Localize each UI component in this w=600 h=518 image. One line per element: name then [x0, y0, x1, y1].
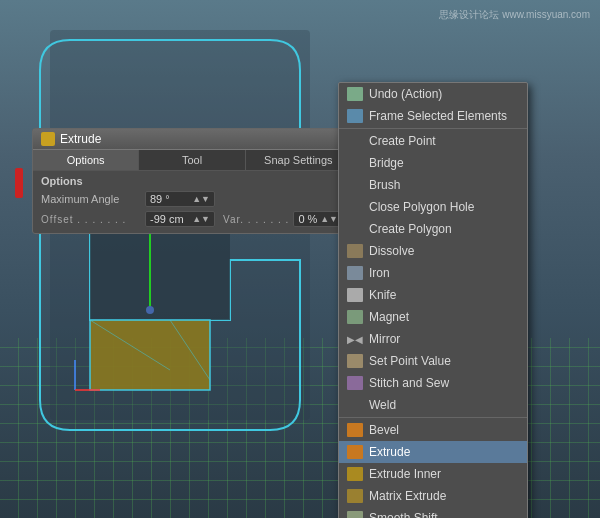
max-angle-spinner[interactable]: ▲▼	[192, 194, 210, 204]
knife-icon	[347, 287, 363, 303]
offset-input[interactable]: -99 cm ▲▼	[145, 211, 215, 227]
weld-icon	[347, 397, 363, 413]
panel-title: Extrude	[33, 129, 351, 150]
create-polygon-icon	[347, 221, 363, 237]
stitch-icon	[347, 375, 363, 391]
menu-item-stitch[interactable]: Stitch and Sew	[339, 372, 527, 394]
matrix-extrude-icon	[347, 488, 363, 504]
var-spinner[interactable]: ▲▼	[320, 214, 338, 224]
smooth-shift-icon	[347, 510, 363, 518]
menu-item-smooth-shift[interactable]: Smooth Shift	[339, 507, 527, 518]
menu-label-create-point: Create Point	[369, 134, 436, 148]
offset-value: -99 cm	[150, 213, 184, 225]
max-angle-input[interactable]: 89 ° ▲▼	[145, 191, 215, 207]
menu-label-create-polygon: Create Polygon	[369, 222, 452, 236]
menu-label-frame: Frame Selected Elements	[369, 109, 507, 123]
menu-item-undo[interactable]: Undo (Action)	[339, 83, 527, 105]
context-menu: Undo (Action) Frame Selected Elements Cr…	[338, 82, 528, 518]
menu-item-mirror[interactable]: ▶◀ Mirror	[339, 328, 527, 350]
menu-label-stitch: Stitch and Sew	[369, 376, 449, 390]
create-point-icon	[347, 133, 363, 149]
menu-item-create-polygon[interactable]: Create Polygon	[339, 218, 527, 240]
menu-item-frame[interactable]: Frame Selected Elements	[339, 105, 527, 127]
3d-shape	[10, 10, 340, 470]
bridge-icon	[347, 155, 363, 171]
menu-label-undo: Undo (Action)	[369, 87, 442, 101]
menu-label-bridge: Bridge	[369, 156, 404, 170]
menu-item-iron[interactable]: Iron	[339, 262, 527, 284]
extrude-inner-icon	[347, 466, 363, 482]
menu-label-brush: Brush	[369, 178, 400, 192]
svg-point-8	[146, 306, 154, 314]
mirror-icon: ▶◀	[347, 331, 363, 347]
menu-item-magnet[interactable]: Magnet	[339, 306, 527, 328]
menu-label-close-poly: Close Polygon Hole	[369, 200, 474, 214]
menu-label-mirror: Mirror	[369, 332, 400, 346]
menu-item-brush[interactable]: Brush	[339, 174, 527, 196]
extrude-panel-icon	[41, 132, 55, 146]
var-label: Var. . . . . . .	[223, 214, 289, 225]
dissolve-icon	[347, 243, 363, 259]
var-input[interactable]: 0 % ▲▼	[293, 211, 343, 227]
menu-item-bevel[interactable]: Bevel	[339, 419, 527, 441]
panel-tabs: Options Tool Snap Settings	[33, 150, 351, 171]
menu-label-dissolve: Dissolve	[369, 244, 414, 258]
separator-1	[339, 128, 527, 129]
param-row-offset: Offset . . . . . . . -99 cm ▲▼ Var. . . …	[33, 209, 351, 229]
tab-snap-settings[interactable]: Snap Settings	[246, 150, 351, 170]
menu-label-extrude: Extrude	[369, 445, 410, 459]
menu-item-knife[interactable]: Knife	[339, 284, 527, 306]
separator-2	[339, 417, 527, 418]
panel-section-label: Options	[33, 171, 351, 189]
extrude-panel: Extrude Options Tool Snap Settings Optio…	[32, 128, 352, 234]
close-poly-icon	[347, 199, 363, 215]
menu-label-smooth-shift: Smooth Shift	[369, 511, 438, 518]
menu-item-create-point[interactable]: Create Point	[339, 130, 527, 152]
menu-label-bevel: Bevel	[369, 423, 399, 437]
menu-item-weld[interactable]: Weld	[339, 394, 527, 416]
max-angle-value: 89 °	[150, 193, 170, 205]
bevel-icon	[347, 422, 363, 438]
offset-spinner[interactable]: ▲▼	[192, 214, 210, 224]
menu-item-matrix-extrude[interactable]: Matrix Extrude	[339, 485, 527, 507]
menu-label-knife: Knife	[369, 288, 396, 302]
undo-icon	[347, 86, 363, 102]
menu-item-set-point[interactable]: Set Point Value	[339, 350, 527, 372]
offset-label: Offset . . . . . . .	[41, 214, 141, 225]
iron-icon	[347, 265, 363, 281]
param-row-max-angle: Maximum Angle 89 ° ▲▼	[33, 189, 351, 209]
menu-item-dissolve[interactable]: Dissolve	[339, 240, 527, 262]
menu-label-iron: Iron	[369, 266, 390, 280]
menu-item-close-poly[interactable]: Close Polygon Hole	[339, 196, 527, 218]
magnet-icon	[347, 309, 363, 325]
menu-label-extrude-inner: Extrude Inner	[369, 467, 441, 481]
panel-title-text: Extrude	[60, 132, 101, 146]
menu-label-set-point: Set Point Value	[369, 354, 451, 368]
menu-item-extrude[interactable]: Extrude	[339, 441, 527, 463]
menu-label-magnet: Magnet	[369, 310, 409, 324]
menu-item-bridge[interactable]: Bridge	[339, 152, 527, 174]
extrude-menu-icon	[347, 444, 363, 460]
tab-tool[interactable]: Tool	[139, 150, 245, 170]
frame-icon	[347, 108, 363, 124]
menu-label-matrix-extrude: Matrix Extrude	[369, 489, 446, 503]
tab-options[interactable]: Options	[33, 150, 139, 170]
menu-item-extrude-inner[interactable]: Extrude Inner	[339, 463, 527, 485]
brush-icon	[347, 177, 363, 193]
watermark: 思缘设计论坛 www.missyuan.com	[439, 8, 590, 22]
menu-label-weld: Weld	[369, 398, 396, 412]
max-angle-label: Maximum Angle	[41, 193, 141, 205]
var-value: 0 %	[298, 213, 317, 225]
setpoint-icon	[347, 353, 363, 369]
